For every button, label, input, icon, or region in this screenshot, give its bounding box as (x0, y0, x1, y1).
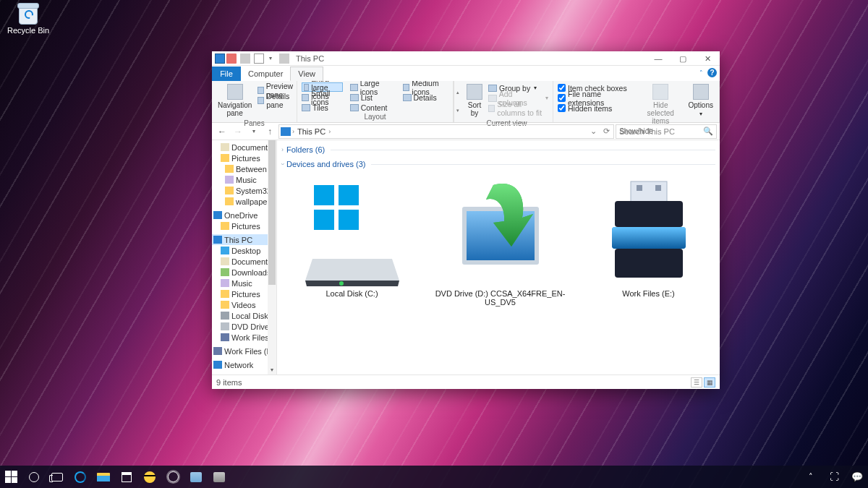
view-details-button[interactable]: ☰ (691, 377, 702, 388)
help-icon[interactable]: ? (707, 68, 717, 77)
app-icon[interactable] (188, 469, 204, 485)
chevron-right-icon[interactable]: › (292, 128, 294, 135)
collapse-ribbon-icon[interactable]: ˄ (699, 69, 703, 77)
svg-marker-4 (305, 281, 399, 286)
layout-group-label: Layout (302, 112, 448, 122)
nav-item-desktop[interactable]: Desktop (212, 245, 276, 256)
breadcrumb-this-pc[interactable]: This PC (296, 127, 327, 136)
dvd-drive-icon (454, 178, 548, 286)
hide-selected-button[interactable]: Hide selected items (639, 82, 683, 127)
folder-icon (213, 236, 222, 244)
search-button[interactable] (26, 469, 42, 485)
layout-tiles[interactable]: Tiles (302, 103, 343, 112)
nav-item-onedrive[interactable]: OneDrive (212, 210, 276, 221)
chevron-right-icon: › (281, 146, 284, 153)
nav-item-local-disk-c-[interactable]: Local Disk (C:) (212, 310, 276, 321)
folder-icon (225, 197, 234, 205)
nav-item-work-files-e-[interactable]: Work Files (E:) (212, 332, 276, 343)
breadcrumb[interactable]: › This PC › ⌄ ⟳ (278, 124, 614, 139)
pc-icon[interactable] (215, 53, 225, 64)
layout-list[interactable]: List (350, 93, 396, 102)
layout-medium[interactable]: Medium icons (403, 82, 448, 92)
folder-icon (221, 247, 229, 254)
titlebar[interactable]: ▾ This PC — ▢ ✕ (212, 51, 720, 66)
qat-dropdown-icon[interactable]: ▾ (265, 53, 276, 64)
folder-icon (221, 322, 229, 330)
chevron-right-icon[interactable]: › (328, 128, 331, 135)
separator (240, 53, 250, 64)
app-icon[interactable] (211, 469, 227, 485)
recent-locations-dropdown[interactable]: ▾ (247, 124, 261, 139)
drive-work-files-e[interactable]: Work Files (E:) (578, 175, 719, 309)
maximize-button[interactable]: ▢ (671, 51, 695, 66)
task-view-button[interactable] (49, 469, 65, 485)
app-icon[interactable] (142, 469, 158, 485)
folder-icon (221, 222, 229, 230)
file-explorer-icon[interactable] (95, 469, 111, 485)
action-center-icon[interactable]: 💬 (849, 469, 865, 485)
layout-more-icon[interactable]: ▴▾ (454, 81, 461, 122)
drive-local-disk-c[interactable]: Local Disk (C:) (281, 175, 422, 309)
nav-item-downloads[interactable]: Downloads (212, 267, 276, 278)
nav-item-music[interactable]: Music (212, 174, 276, 185)
hidden-items-toggle[interactable]: Hidden items (558, 103, 634, 113)
back-button[interactable]: ← (215, 124, 229, 139)
nav-item-work-files-e-[interactable]: Work Files (E:) (212, 346, 276, 356)
nav-item-documents[interactable]: Documents (212, 142, 276, 153)
folder-icon (221, 257, 229, 265)
file-name-extensions-toggle[interactable]: File name extensions (558, 93, 634, 103)
forward-button[interactable]: → (231, 124, 245, 139)
properties-icon[interactable] (254, 53, 264, 64)
nav-item-this-pc[interactable]: This PC (212, 234, 276, 245)
edge-icon[interactable] (72, 469, 88, 485)
window-title: This PC (296, 54, 324, 63)
layout-content[interactable]: Content (350, 103, 396, 112)
layout-large[interactable]: Large icons (350, 82, 396, 92)
folder-icon (221, 301, 229, 309)
recycle-bin-icon[interactable]: Recycle Bin (3, 3, 54, 35)
refresh-icon[interactable]: ⟳ (600, 127, 612, 136)
tab-computer[interactable]: Computer (241, 67, 290, 81)
nav-item-pictures[interactable]: Pictures (212, 221, 276, 231)
nav-item-videos[interactable]: Videos (212, 299, 276, 310)
layout-small[interactable]: Small icons (302, 93, 343, 102)
network-icon[interactable]: ⛶ (826, 469, 842, 485)
scrollbar-down-icon[interactable]: ▾ (268, 364, 276, 374)
sort-by-button[interactable]: Sort by (465, 82, 484, 119)
svg-rect-15 (615, 249, 683, 278)
layout-details[interactable]: Details (403, 93, 448, 102)
nav-item-system32[interactable]: System32 (212, 185, 276, 196)
tab-view[interactable]: View (290, 67, 323, 81)
scrollbar-thumb[interactable] (268, 140, 276, 285)
details-pane-button[interactable]: Details pane (258, 95, 295, 105)
drive-label: Local Disk (C:) (326, 289, 378, 298)
store-icon[interactable] (119, 469, 135, 485)
navigation-pane-button[interactable]: Navigation pane (216, 82, 253, 119)
tray-overflow-icon[interactable]: ˄ (803, 469, 819, 485)
tab-file[interactable]: File (212, 67, 241, 81)
group-devices-drives[interactable]: › Devices and drives (3) (281, 158, 720, 171)
nav-item-between-pcs[interactable]: Between PCs (212, 163, 276, 174)
disk-icon[interactable] (226, 53, 237, 64)
group-folders[interactable]: › Folders (6) (281, 143, 720, 156)
nav-item-music[interactable]: Music (212, 278, 276, 288)
minimize-button[interactable]: — (646, 51, 671, 66)
nav-item-dvd-drive-d-c[interactable]: DVD Drive (D:) C (212, 321, 276, 332)
nav-item-documents[interactable]: Documents (212, 256, 276, 267)
settings-icon[interactable] (165, 469, 181, 485)
options-button[interactable]: Options▾ (687, 82, 715, 119)
history-dropdown-icon[interactable]: ⌄ (587, 127, 599, 136)
nav-item-pictures[interactable]: Pictures (212, 288, 276, 299)
start-button[interactable] (3, 469, 19, 485)
up-button[interactable]: ↑ (263, 124, 277, 139)
size-columns-button[interactable]: Size all columns to fit (488, 103, 548, 113)
nav-item-network[interactable]: Network (212, 359, 276, 370)
view-icons-button[interactable]: ▦ (704, 377, 715, 388)
nav-item-wallpapers[interactable]: wallpapers (212, 196, 276, 207)
content-area[interactable]: › Folders (6) › Devices and drives (3) (277, 140, 720, 374)
nav-item-pictures[interactable]: Pictures (212, 153, 276, 163)
pc-icon (281, 127, 291, 136)
navpane-scrollbar[interactable]: ▾ (268, 140, 276, 374)
close-button[interactable]: ✕ (695, 51, 720, 66)
drive-dvd-d[interactable]: DVD Drive (D:) CCSA_X64FRE_EN-US_DV5 (430, 175, 571, 309)
